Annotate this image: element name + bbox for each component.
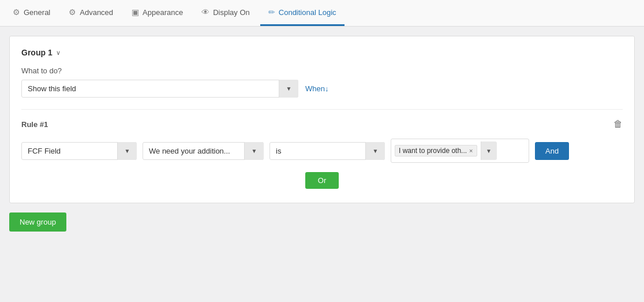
- tab-general[interactable]: ⚙ General: [5, 0, 58, 26]
- when-arrow-icon: ↓: [325, 84, 329, 93]
- rule-section: Rule #1 🗑 FCF Field ▼ We need your addit…: [21, 109, 623, 189]
- and-button[interactable]: And: [535, 142, 569, 160]
- eye-icon: 👁: [201, 8, 209, 17]
- tab-bar: ⚙ General ⚙ Advanced ▣ Appearance 👁 Disp…: [0, 0, 644, 27]
- gear-icon: ⚙: [13, 8, 20, 17]
- action-row: Show this field ▼ When↓: [21, 80, 623, 98]
- when-label: When↓: [305, 84, 328, 93]
- condition-select-wrapper: We need your addition... ▼: [143, 142, 264, 160]
- tag-text: I want to provide oth...: [399, 147, 467, 155]
- tag-dropdown-btn[interactable]: ▼: [481, 141, 497, 160]
- pencil-icon: ✏: [268, 8, 275, 17]
- gear-icon-advanced: ⚙: [69, 8, 76, 17]
- operator-select-wrapper: is ▼: [269, 142, 385, 160]
- field-dropdown-btn[interactable]: ▼: [117, 142, 137, 160]
- appearance-icon: ▣: [132, 8, 139, 17]
- rule-header: Rule #1 🗑: [21, 119, 623, 129]
- or-row: Or: [21, 172, 623, 189]
- group-header[interactable]: Group 1 ∨: [21, 48, 623, 57]
- field-select-wrapper: FCF Field ▼: [21, 142, 137, 160]
- rule-row: FCF Field ▼ We need your addition... ▼ i…: [21, 139, 623, 163]
- main-content: Group 1 ∨ What to do? Show this field ▼ …: [0, 27, 644, 241]
- tab-display-on[interactable]: 👁 Display On: [193, 0, 258, 26]
- tab-conditional-logic[interactable]: ✏ Conditional Logic: [260, 0, 345, 26]
- tab-advanced[interactable]: ⚙ Advanced: [61, 0, 121, 26]
- condition-dropdown-btn[interactable]: ▼: [244, 142, 264, 160]
- action-select-wrapper: Show this field ▼: [21, 80, 298, 98]
- chevron-down-icon: ∨: [56, 49, 61, 57]
- trash-icon[interactable]: 🗑: [613, 119, 623, 129]
- group-box: Group 1 ∨ What to do? Show this field ▼ …: [9, 36, 635, 203]
- action-select[interactable]: Show this field: [21, 80, 298, 98]
- tag-item: I want to provide oth... ×: [395, 145, 477, 156]
- what-to-do-label: What to do?: [21, 66, 623, 75]
- operator-dropdown-btn[interactable]: ▼: [365, 142, 385, 160]
- or-button[interactable]: Or: [305, 172, 339, 189]
- new-group-button[interactable]: New group: [9, 212, 66, 232]
- tab-appearance[interactable]: ▣ Appearance: [123, 0, 191, 26]
- group-title: Group 1: [21, 48, 53, 57]
- rule-title: Rule #1: [21, 120, 48, 129]
- action-dropdown-btn[interactable]: ▼: [279, 80, 298, 98]
- tag-input-area[interactable]: I want to provide oth... × ▼: [391, 139, 529, 163]
- tag-close-btn[interactable]: ×: [469, 147, 473, 154]
